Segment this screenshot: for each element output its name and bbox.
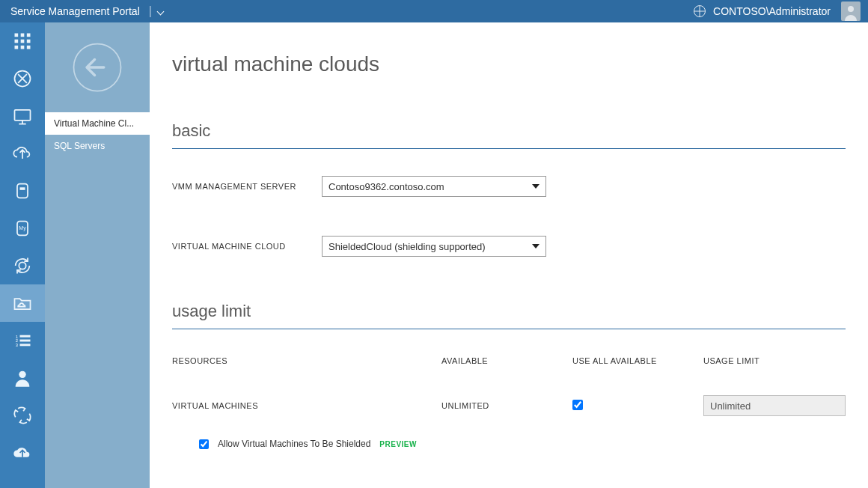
- vm-cloud-select[interactable]: ShieldedCloud (shielding supported): [322, 236, 546, 257]
- rail-gear[interactable]: [0, 247, 45, 284]
- user-name: CONTOSO\Administrator: [713, 5, 831, 17]
- main-content: virtual machine clouds basic VMM MANAGEM…: [150, 22, 868, 488]
- svg-rect-5: [21, 40, 25, 43]
- svg-point-16: [19, 262, 25, 269]
- rail-database[interactable]: [0, 172, 45, 210]
- person-icon: [12, 367, 33, 388]
- svg-rect-6: [27, 40, 31, 43]
- vmm-server-label: VMM MANAGEMENT SERVER: [172, 182, 322, 191]
- database-icon: [12, 180, 33, 201]
- usage-row-useall-cell: [572, 400, 703, 412]
- sidebar-item-label: Virtual Machine Cl...: [54, 118, 134, 129]
- usage-limit-input[interactable]: [703, 395, 846, 416]
- rail-mysql[interactable]: My: [0, 210, 45, 247]
- globe-icon: [694, 5, 706, 17]
- gear-refresh-icon: [12, 255, 33, 276]
- rail-cloud-up[interactable]: [0, 434, 45, 472]
- rail-recycle[interactable]: [0, 397, 45, 434]
- back-arrow-icon: [71, 41, 123, 94]
- vm-cloud-label: VIRTUAL MACHINE CLOUD: [172, 242, 322, 251]
- chevron-down-icon[interactable]: [158, 6, 168, 16]
- cloud-up-icon: [12, 442, 33, 463]
- sidebar-item-label: SQL Servers: [54, 141, 105, 151]
- sidebar-item-vm-clouds[interactable]: Virtual Machine Cl...: [45, 112, 150, 135]
- topbar-divider: |: [149, 4, 152, 18]
- browser-icon: [12, 68, 33, 89]
- svg-rect-2: [21, 34, 25, 37]
- usage-head-available: AVAILABLE: [441, 356, 572, 365]
- rail-upload[interactable]: [0, 135, 45, 172]
- preview-badge: PREVIEW: [379, 440, 417, 448]
- section-basic-sep: [172, 148, 846, 149]
- page-title: virtual machine clouds: [172, 52, 846, 76]
- cloud-folder-icon: [12, 293, 33, 314]
- top-bar: Service Management Portal | CONTOSO\Admi…: [0, 0, 868, 22]
- section-usage: usage limit RESOURCES AVAILABLE USE ALL …: [172, 302, 846, 449]
- section-basic: basic VMM MANAGEMENT SERVER Contoso9362.…: [172, 121, 846, 257]
- svg-point-0: [848, 6, 854, 12]
- svg-rect-1: [15, 34, 19, 37]
- sidebar-item-sql-servers[interactable]: SQL Servers: [45, 135, 150, 157]
- mysql-icon: My: [12, 218, 33, 239]
- nav-rail: My 1 2 3: [0, 22, 45, 488]
- sidebar: Virtual Machine Cl... SQL Servers: [45, 22, 150, 488]
- rail-monitor[interactable]: [0, 97, 45, 135]
- allow-shielded-label: Allow Virtual Machines To Be Shielded: [218, 439, 370, 449]
- monitor-icon: [12, 106, 33, 126]
- svg-text:My: My: [19, 225, 26, 231]
- rail-cloud-folder[interactable]: [0, 284, 45, 322]
- field-vm-cloud: VIRTUAL MACHINE CLOUD ShieldedCloud (shi…: [172, 236, 846, 257]
- svg-rect-3: [27, 34, 31, 37]
- back-button[interactable]: [45, 22, 150, 112]
- usage-row-resource: VIRTUAL MACHINES: [172, 401, 441, 410]
- svg-point-23: [19, 371, 25, 378]
- field-vmm-server: VMM MANAGEMENT SERVER Contoso9362.contos…: [172, 176, 846, 197]
- use-all-checkbox[interactable]: [572, 400, 583, 410]
- rail-browser[interactable]: [0, 60, 45, 97]
- usage-head-use-all: USE ALL AVAILABLE: [572, 356, 703, 365]
- vmm-server-select[interactable]: Contoso9362.contoso.com: [322, 176, 546, 197]
- user-area[interactable]: CONTOSO\Administrator: [694, 1, 861, 21]
- app-title: Service Management Portal: [10, 5, 140, 17]
- rail-grid[interactable]: [0, 22, 45, 60]
- usage-head-resources: RESOURCES: [172, 356, 441, 365]
- upload-cloud-icon: [12, 143, 33, 164]
- rail-person[interactable]: [0, 359, 45, 397]
- usage-row-available: UNLIMITED: [441, 401, 572, 410]
- usage-grid: RESOURCES AVAILABLE USE ALL AVAILABLE US…: [172, 356, 846, 416]
- avatar[interactable]: [841, 1, 861, 21]
- svg-rect-9: [27, 46, 31, 49]
- allow-shielded-checkbox[interactable]: [199, 439, 209, 449]
- rail-list[interactable]: 1 2 3: [0, 322, 45, 359]
- shield-option-row: Allow Virtual Machines To Be Shielded PR…: [172, 439, 846, 449]
- section-basic-title: basic: [172, 121, 846, 141]
- svg-rect-12: [17, 184, 28, 198]
- svg-text:3: 3: [16, 343, 18, 347]
- section-usage-title: usage limit: [172, 302, 846, 321]
- usage-row-limit-cell: [703, 395, 853, 416]
- svg-rect-8: [21, 46, 25, 49]
- svg-rect-11: [15, 110, 31, 121]
- svg-rect-7: [15, 46, 19, 49]
- list-icon: 1 2 3: [12, 330, 33, 351]
- svg-rect-4: [15, 40, 19, 43]
- grid-icon: [12, 31, 33, 52]
- usage-head-usage-limit: USAGE LIMIT: [703, 356, 853, 365]
- section-usage-sep: [172, 329, 846, 329]
- recycle-icon: [12, 405, 33, 426]
- svg-rect-13: [20, 187, 25, 190]
